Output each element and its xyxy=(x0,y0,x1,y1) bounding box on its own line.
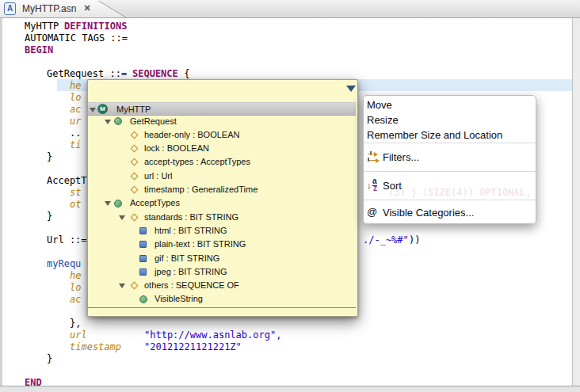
code-segment: "http://www.asnlab.org", xyxy=(144,329,281,341)
field-icon xyxy=(131,145,139,153)
code-line[interactable]: } xyxy=(0,353,580,365)
code-line[interactable]: AUTOMATIC TAGS ::= xyxy=(0,32,580,44)
field-icon xyxy=(131,131,139,139)
code-line[interactable]: }, xyxy=(0,318,580,329)
outline-item-label: accept-types : AcceptTypes xyxy=(144,157,250,166)
code-segment: ac xyxy=(70,294,81,306)
code-segment: lo xyxy=(70,92,81,104)
expanded-arrow-icon[interactable] xyxy=(119,284,125,288)
outline-item-label: GetRequest xyxy=(130,116,177,126)
outline-item-label: gif : BIT STRING xyxy=(155,253,219,263)
outline-item-header-only[interactable]: header-only : BOOLEAN xyxy=(88,128,356,142)
code-segment: ur xyxy=(70,116,81,127)
code-line[interactable]: GetRequest ::= SEQUENCE { xyxy=(0,68,580,80)
popup-menu-button[interactable] xyxy=(345,84,357,93)
outline-item-label: timestamp : GeneralizedTime xyxy=(144,185,258,194)
code-segment: DEFINITIONS xyxy=(64,21,127,32)
bit-string-icon xyxy=(139,255,147,262)
code-segment: myRequ xyxy=(47,258,81,270)
menu-item-label: Sort xyxy=(383,180,402,192)
outline-item-standards[interactable]: standards : BIT STRING xyxy=(88,211,356,224)
outline-item-getrequest[interactable]: GetRequest xyxy=(88,115,356,128)
outline-item-label: url : Url xyxy=(144,171,172,181)
menu-button-arrow-icon xyxy=(346,86,356,92)
outline-item-accepttypes[interactable]: AcceptTypes xyxy=(88,196,356,210)
outline-item-visiblestring[interactable]: VisibleString xyxy=(88,292,356,306)
menu-item-remember-size-and-location[interactable]: Remember Size and Location xyxy=(364,127,536,143)
menu-item-label: Remember Size and Location xyxy=(367,129,502,141)
tab-close-icon[interactable]: ✕ xyxy=(82,2,93,13)
outline-item-jpeg[interactable]: jpeg : BIT STRING xyxy=(88,265,356,279)
outline-item-label: AcceptTypes xyxy=(130,198,180,207)
menu-item-resize[interactable]: Resize xyxy=(364,112,536,127)
code-segment: Url ::= xyxy=(47,234,87,246)
outline-item-label: MyHTTP xyxy=(116,105,151,114)
outline-item-myhttp[interactable]: MMyHTTP xyxy=(88,102,356,116)
field-icon xyxy=(131,282,139,290)
code-line[interactable]: BEGIN xyxy=(0,44,580,56)
field-icon xyxy=(131,172,139,180)
code-segment: lo xyxy=(70,282,81,294)
code-segment: } xyxy=(47,151,52,163)
code-segment: st xyxy=(70,187,81,199)
outline-item-label: others : SEQUENCE OF xyxy=(144,280,239,290)
quick-outline-popup: MMyHTTPGetRequestheader-only : BOOLEANlo… xyxy=(87,79,358,317)
code-segment: AcceptT xyxy=(47,175,87,187)
outline-item-plain-text[interactable]: plain-text : BIT STRING xyxy=(88,238,356,251)
outline-item-label: html : BIT STRING xyxy=(155,226,227,235)
code-segment: GetRequest ::= xyxy=(47,68,132,80)
outline-item-gif[interactable]: gif : BIT STRING xyxy=(88,252,356,265)
code-segment: ./-_~%#" xyxy=(363,234,409,246)
expanded-arrow-icon[interactable] xyxy=(119,215,125,220)
menu-item-sort[interactable]: ↓azSort xyxy=(364,172,536,200)
code-segment: "20121221121221Z" xyxy=(144,341,242,353)
outline-item-lock[interactable]: lock : BOOLEAN xyxy=(88,142,356,155)
outline-item-label: header-only : BOOLEAN xyxy=(144,130,239,139)
code-line[interactable]: MyHTTP DEFINITIONS xyxy=(0,21,580,32)
outline-item-html[interactable]: html : BIT STRING xyxy=(88,224,356,238)
code-segment: } xyxy=(47,211,52,223)
outline-item-others[interactable]: others : SEQUENCE OF xyxy=(88,279,356,292)
code-segment: ot xyxy=(70,199,81,211)
type-icon xyxy=(114,117,122,125)
expanded-arrow-icon[interactable] xyxy=(105,201,111,206)
code-segment: )) xyxy=(409,234,420,246)
filters-icon xyxy=(367,151,380,164)
code-segment: .. xyxy=(70,127,81,139)
code-segment: MyHTTP xyxy=(25,21,65,32)
code-segment: }, xyxy=(70,318,81,329)
menu-item-label: Move xyxy=(367,99,392,111)
outline-item-timestamp[interactable]: timestamp : GeneralizedTime xyxy=(88,183,356,196)
code-line[interactable]: timestamp"20121221121221Z" xyxy=(0,341,580,353)
asn-file-icon: A xyxy=(4,2,16,15)
outline-item-label: lock : BOOLEAN xyxy=(144,143,209,153)
field-icon xyxy=(131,213,139,221)
menu-item-label: Resize xyxy=(367,114,399,126)
type-icon xyxy=(114,200,122,207)
expanded-arrow-icon[interactable] xyxy=(90,108,96,112)
module-icon: M xyxy=(97,104,108,114)
tab-title: MyHTTP.asn xyxy=(22,3,76,14)
bit-string-icon xyxy=(139,241,147,248)
menu-item-visible-categories[interactable]: @Visible Categories... xyxy=(364,200,536,224)
outline-item-accept-types[interactable]: accept-types : AcceptTypes xyxy=(88,155,356,169)
outline-item-label: standards : BIT STRING xyxy=(144,212,238,222)
menu-item-label: Visible Categories... xyxy=(383,207,474,219)
code-segment: he xyxy=(70,270,81,282)
code-line[interactable]: url"http://www.asnlab.org", xyxy=(0,329,580,341)
view-menu: MoveResizeRemember Size and LocationFilt… xyxy=(363,95,536,224)
bit-string-icon xyxy=(139,268,147,276)
code-segment: ac xyxy=(70,104,81,116)
categories-icon: @ xyxy=(367,206,380,219)
code-segment: url xyxy=(70,329,87,341)
menu-item-label: Filters... xyxy=(383,151,419,163)
code-line[interactable]: END xyxy=(0,377,580,389)
menu-item-move[interactable]: Move xyxy=(364,97,536,112)
code-segment: ti xyxy=(70,139,81,151)
outline-item-url[interactable]: url : Url xyxy=(88,169,356,183)
eclipse-editor-window: A MyHTTP.asn ✕ MyHTTP DEFINITIONSAUTOMAT… xyxy=(0,0,580,392)
outline-item-label: jpeg : BIT STRING xyxy=(155,267,227,276)
menu-item-filters[interactable]: Filters... xyxy=(364,143,536,171)
expanded-arrow-icon[interactable] xyxy=(105,120,111,124)
type-icon xyxy=(139,295,147,303)
